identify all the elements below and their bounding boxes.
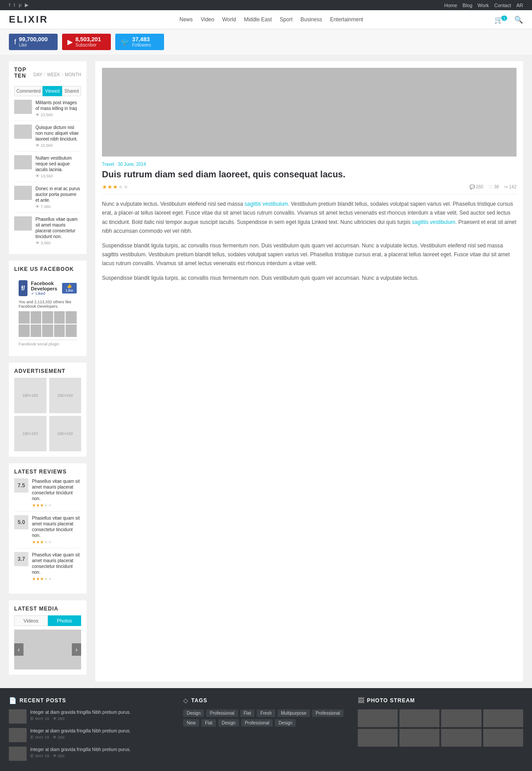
top-bar-nav: Home Blog Work Contact AR (444, 3, 523, 8)
photo-thumb (358, 709, 398, 727)
facebook-label: Like (19, 43, 27, 47)
top-ten-item-views: 15,560 (35, 143, 81, 148)
filter-week[interactable]: WEEK (47, 72, 60, 77)
top-ten-info: Militants post images of mass killing in… (35, 100, 81, 117)
language-selector[interactable]: AR (516, 3, 523, 8)
tag-professional-2[interactable]: Professional (312, 709, 344, 717)
tag-design-3[interactable]: Design (275, 719, 296, 727)
latest-media-widget: LATEST MEDIA Videos Photos ‹ › (9, 600, 86, 675)
social-link-twitter[interactable]: t (14, 2, 15, 8)
tab-viewed[interactable]: Viewed (43, 86, 62, 96)
youtube-icon: ▶ (67, 38, 73, 46)
tag-professional-3[interactable]: Professional (241, 719, 273, 727)
nav-home[interactable]: Home (444, 3, 457, 8)
footer-photo-stream: 🖼 Photo Stream (358, 697, 523, 765)
tag-flat-1[interactable]: Flat (240, 709, 255, 717)
top-ten-thumb (14, 216, 32, 231)
top-ten-info: Nullam vestibulum neque sed augue iaculi… (35, 155, 81, 178)
tags-icon: ◇ (183, 697, 188, 704)
fb-photo (54, 325, 65, 337)
footer-tags-title: ◇ Tags (183, 697, 348, 704)
review-item: 5.0 Phasellus vitae quam sit amet mauris… (14, 515, 81, 548)
footer-post-thumb (9, 728, 27, 742)
fb-avatar: f/ (19, 280, 27, 296)
review-score: 5.0 (14, 515, 28, 529)
youtube-stat-btn[interactable]: ▶ 8,503,201 Subscriber (62, 34, 111, 50)
tag-new[interactable]: New (183, 719, 199, 727)
footer-post-date: 🗓 MAY 19 (30, 735, 49, 740)
footer-photo-stream-title: 🖼 Photo Stream (358, 697, 523, 704)
nav-world[interactable]: World (222, 16, 236, 23)
tab-commented[interactable]: Commented (14, 86, 43, 96)
footer-post-title: Integer at diam gravida fringilla Nibh p… (30, 728, 174, 734)
social-link-facebook[interactable]: f (9, 2, 10, 8)
nav-business[interactable]: Business (301, 16, 322, 23)
review-stars: ★★★★★ (32, 503, 81, 508)
article-category: Travel · 30 June, 2014 (102, 162, 516, 167)
logo: ELIXIR (9, 14, 48, 25)
main-content: Travel · 30 June, 2014 Duis rutrum diam … (95, 61, 523, 681)
nav-video[interactable]: Video (201, 16, 214, 23)
tag-design-2[interactable]: Design (218, 719, 239, 727)
tag-design[interactable]: Design (183, 709, 204, 717)
fb-photo (42, 325, 53, 337)
top-bar: f t p ▶ Home Blog Work Contact AR (0, 0, 532, 10)
top-ten-item: Militants post images of mass killing in… (14, 100, 81, 121)
footer-tags: ◇ Tags Design Professional Flat Fresh Mu… (183, 697, 348, 765)
fb-photo (19, 325, 30, 337)
top-ten-info: Quisque dictum nisl non nunc aliquet vit… (35, 125, 81, 148)
fb-photos-grid (19, 311, 77, 337)
photo-stream-icon: 🖼 (358, 697, 364, 704)
tag-multipurpose[interactable]: Multipurpose (278, 709, 310, 717)
media-tab-videos[interactable]: Videos (14, 615, 48, 626)
tab-shared[interactable]: Shared (62, 86, 81, 96)
top-ten-item-views: 23,560 (35, 113, 81, 117)
review-item: 3.7 Phasellus vitae quam sit amet mauris… (14, 552, 81, 585)
media-next-button[interactable]: › (72, 643, 81, 656)
social-link-youtube[interactable]: ▶ (25, 2, 28, 8)
media-prev-button[interactable]: ‹ (14, 643, 23, 656)
footer-post-title: Integer at diam gravida fringilla Nibh p… (30, 709, 174, 715)
twitter-stat-btn[interactable]: 🐦 37,483 Followers (115, 34, 164, 50)
footer: 📄 Recent Posts Integer at diam gravida f… (0, 688, 532, 771)
facebook-icon: f (14, 38, 16, 46)
nav-work[interactable]: Work (477, 3, 489, 8)
nav-contact[interactable]: Contact (494, 3, 511, 8)
social-link-pinterest[interactable]: p (19, 2, 21, 8)
nav-sport[interactable]: Sport (280, 16, 293, 23)
footer-post-views: 👁 260 (53, 716, 65, 721)
fb-like-button[interactable]: 👍 Like (62, 283, 77, 294)
media-tab-photos[interactable]: Photos (48, 615, 82, 626)
top-ten-thumb (14, 155, 32, 169)
top-ten-header: TOP TEN DAY / WEEK / MONTH (14, 67, 81, 82)
youtube-count: 8,503,201 (75, 36, 101, 42)
facebook-count: 99,700,000 (19, 36, 47, 42)
cart-icon[interactable]: 🛒1 (494, 16, 509, 24)
fb-photo (66, 325, 77, 337)
filter-month[interactable]: MONTH (65, 72, 81, 77)
footer-recent-posts: 📄 Recent Posts Integer at diam gravida f… (9, 697, 174, 765)
search-icon[interactable]: 🔍 (514, 16, 523, 24)
top-ten-widget: TOP TEN DAY / WEEK / MONTH Commented Vie… (9, 61, 86, 254)
tag-flat-2[interactable]: Flat (201, 719, 216, 727)
article-link-2[interactable]: sagittis vestibulum (412, 219, 455, 225)
filter-day[interactable]: DAY (33, 72, 42, 77)
facebook-stat-btn[interactable]: f 99,700,000 Like (9, 34, 58, 50)
nav-middle-east[interactable]: Middle East (244, 16, 272, 23)
nav-news[interactable]: News (180, 16, 193, 23)
footer-post-info: Integer at diam gravida fringilla Nibh p… (30, 747, 174, 761)
nav-blog[interactable]: Blog (462, 3, 472, 8)
footer-post-thumb (9, 747, 27, 761)
nav-entertainment[interactable]: Entertainment (330, 16, 363, 23)
footer-post-date: 🗓 MAY 19 (30, 716, 49, 721)
photo-thumb (358, 729, 398, 747)
article-link-1[interactable]: sagittis vestibulum (245, 201, 288, 207)
article-meta: ★★★★★ 💬 260 ♡ 38 ↪ 142 (102, 184, 516, 194)
review-score: 3.7 (14, 552, 28, 566)
tag-professional-1[interactable]: Professional (206, 709, 238, 717)
top-ten-item: Donec in erat ac purus auctor porta posu… (14, 186, 81, 213)
article-title: Duis rutrum diam sed diam laoreet, quis … (102, 168, 516, 180)
top-ten-item-title: Nullam vestibulum neque sed augue iaculi… (35, 155, 81, 172)
tag-fresh[interactable]: Fresh (257, 709, 275, 717)
top-ten-filters: DAY / WEEK / MONTH (33, 72, 81, 77)
